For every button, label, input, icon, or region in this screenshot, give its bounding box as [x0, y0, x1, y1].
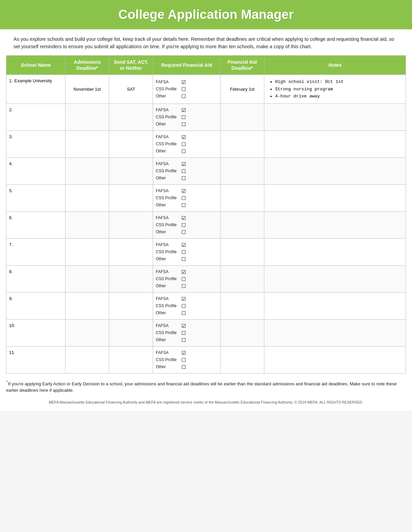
school-name-cell: 8. [6, 265, 65, 292]
note-item: 4-hour drive away [275, 93, 401, 100]
fa-label-other: Other [156, 230, 180, 234]
fin-aid-deadline-cell: February 1st [220, 75, 264, 104]
fa-checkbox-other[interactable]: ☐ [181, 230, 186, 235]
notes-cell [264, 130, 406, 157]
sat-act-cell [109, 238, 153, 265]
main-table: School Name Admissions Deadline* Send SA… [6, 55, 406, 374]
fin-aid-deadline-cell [220, 130, 264, 157]
fa-checkbox-other[interactable]: ☐ [181, 203, 186, 208]
admissions-deadline-cell [65, 346, 109, 373]
fa-checkbox-css-profile[interactable]: ☐ [181, 303, 186, 308]
fa-checkbox-css-profile[interactable]: ☐ [181, 115, 186, 120]
table-row: 11.FAFSA☑CSS Profile☐Other☐ [6, 346, 406, 373]
fin-aid-deadline-cell [220, 184, 264, 211]
fa-label-css-profile: CSS Profile [156, 196, 180, 200]
table-header-row: School Name Admissions Deadline* Send SA… [6, 55, 406, 75]
fin-aid-deadline-cell [220, 346, 264, 373]
fa-checkbox-css-profile[interactable]: ☐ [181, 276, 186, 282]
admissions-deadline-cell [65, 211, 109, 238]
fin-aid-deadline-cell [220, 292, 264, 319]
admissions-deadline-cell [65, 157, 109, 184]
fa-checkbox-css-profile[interactable]: ☐ [181, 330, 186, 335]
admissions-deadline-cell [65, 319, 109, 346]
table-wrapper: School Name Admissions Deadline* Send SA… [0, 55, 412, 374]
row-number: 2. [9, 107, 13, 112]
fa-label-css-profile: CSS Profile [156, 357, 180, 362]
table-row: 7.FAFSA☑CSS Profile☐Other☐ [6, 238, 406, 265]
notes-cell [264, 346, 406, 373]
fa-checkbox-css-profile[interactable]: ☐ [181, 223, 186, 228]
fa-label-fafsa: FAFSA [156, 188, 180, 193]
financial-aid-cell: FAFSA☑CSS Profile☐Other☐ [153, 75, 220, 104]
school-name-cell: 9. [6, 292, 65, 319]
school-name-cell: 1.Example University [6, 75, 65, 104]
fa-checkbox-css-profile[interactable]: ☐ [181, 196, 186, 201]
fin-aid-deadline-cell [220, 319, 264, 346]
fa-checkbox-fafsa[interactable]: ☑ [181, 108, 186, 113]
fa-checkbox-fafsa[interactable]: ☑ [181, 323, 186, 328]
admissions-deadline-cell: November 1st [65, 75, 109, 104]
header-banner: College Application Manager [0, 0, 412, 29]
fa-checkbox-fafsa[interactable]: ☑ [181, 350, 186, 355]
fa-checkbox-other[interactable]: ☐ [181, 284, 186, 289]
fa-checkbox-other[interactable]: ☐ [181, 149, 186, 154]
school-name-cell: 10. [6, 319, 65, 346]
fa-checkbox-fafsa[interactable]: ☑ [181, 269, 186, 274]
fa-label-fafsa: FAFSA [156, 215, 180, 220]
notes-cell [264, 211, 406, 238]
fa-checkbox-fafsa[interactable]: ☑ [181, 80, 186, 85]
notes-cell: High school visit: Oct 1stStrong nursing… [264, 75, 406, 104]
fa-checkbox-other[interactable]: ☐ [181, 364, 186, 370]
fa-checkbox-css-profile[interactable]: ☐ [181, 142, 186, 147]
fa-checkbox-css-profile[interactable]: ☐ [181, 357, 186, 362]
footer-text: MEFA Massachusetts Educational Financing… [6, 400, 406, 405]
table-row: 8.FAFSA☑CSS Profile☐Other☐ [6, 265, 406, 292]
intro-text: As you explore schools and build your co… [0, 29, 412, 55]
fin-aid-deadline-cell [220, 104, 264, 130]
financial-aid-cell: FAFSA☑CSS Profile☐Other☐ [153, 157, 220, 184]
fa-label-other: Other [156, 203, 180, 207]
fa-checkbox-other[interactable]: ☐ [181, 257, 186, 262]
financial-aid-cell: FAFSA☑CSS Profile☐Other☐ [153, 319, 220, 346]
fa-label-css-profile: CSS Profile [156, 330, 180, 335]
footer-bar: MEFA Massachusetts Educational Financing… [0, 396, 412, 411]
table-row: 2.FAFSA☑CSS Profile☐Other☐ [6, 104, 406, 130]
admissions-deadline-cell [65, 292, 109, 319]
fa-checkbox-css-profile[interactable]: ☐ [181, 249, 186, 255]
row-number: 3. [9, 134, 13, 139]
col-required-financial-aid: Required Financial Aid [153, 55, 220, 75]
fa-label-fafsa: FAFSA [156, 135, 180, 139]
sat-act-cell [109, 104, 153, 130]
fa-checkbox-fafsa[interactable]: ☑ [181, 188, 186, 194]
fa-checkbox-other[interactable]: ☐ [181, 122, 186, 127]
fa-checkbox-fafsa[interactable]: ☑ [181, 296, 186, 301]
fa-checkbox-other[interactable]: ☐ [181, 94, 186, 99]
notes-cell [264, 265, 406, 292]
fa-label-other: Other [156, 337, 180, 342]
fa-checkbox-other[interactable]: ☐ [181, 176, 186, 181]
intro-paragraph: As you explore schools and build your co… [13, 35, 399, 51]
footnote-body: If you're applying Early Action or Early… [6, 381, 397, 393]
notes-cell [264, 292, 406, 319]
fa-label-other: Other [156, 149, 180, 153]
fin-aid-deadline-cell [220, 157, 264, 184]
fa-checkbox-other[interactable]: ☐ [181, 337, 186, 343]
fa-checkbox-fafsa[interactable]: ☑ [181, 135, 186, 140]
fa-checkbox-css-profile[interactable]: ☐ [181, 87, 186, 92]
fa-label-fafsa: FAFSA [156, 296, 180, 301]
col-financial-aid-deadline: Financial Aid Deadline* [220, 55, 264, 75]
admissions-deadline-cell [65, 238, 109, 265]
fa-checkbox-fafsa[interactable]: ☑ [181, 242, 186, 247]
fa-checkbox-fafsa[interactable]: ☑ [181, 215, 186, 220]
fa-checkbox-fafsa[interactable]: ☑ [181, 161, 186, 167]
fa-checkbox-css-profile[interactable]: ☐ [181, 169, 186, 174]
financial-aid-cell: FAFSA☑CSS Profile☐Other☐ [153, 238, 220, 265]
row-number: 10. [9, 323, 15, 328]
row-number: 8. [9, 269, 13, 274]
fa-label-css-profile: CSS Profile [156, 249, 180, 254]
note-item: Strong nursing program [275, 86, 401, 93]
financial-aid-cell: FAFSA☑CSS Profile☐Other☐ [153, 292, 220, 319]
fa-checkbox-other[interactable]: ☐ [181, 311, 186, 316]
financial-aid-cell: FAFSA☑CSS Profile☐Other☐ [153, 211, 220, 238]
fa-label-fafsa: FAFSA [156, 350, 180, 355]
